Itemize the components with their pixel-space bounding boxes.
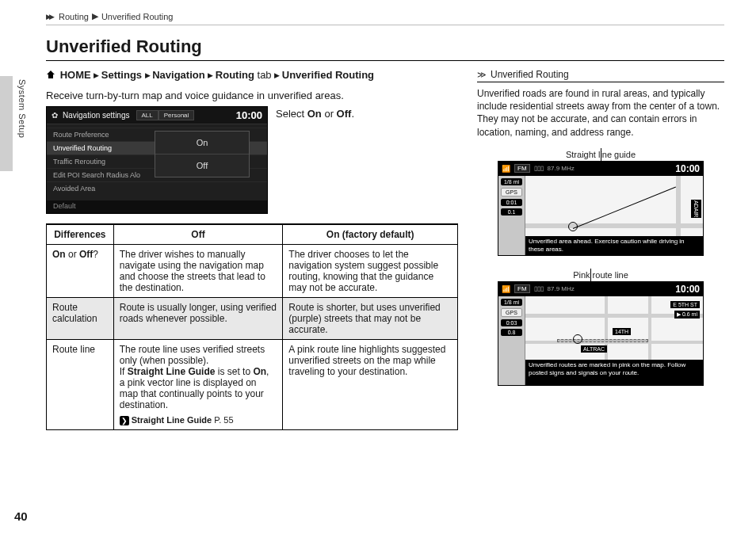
intro-text: Receive turn-by-turn map and voice guida…	[46, 90, 458, 101]
path-routing: Routing	[216, 69, 254, 81]
table-row: Route line The route line uses verified …	[47, 340, 458, 430]
road-label: E 5TH ST	[670, 301, 700, 308]
device-clock: 10:00	[236, 109, 262, 121]
cell-off-desc: The driver wishes to manually navigate u…	[113, 245, 283, 298]
nav-clock: 10:00	[675, 163, 700, 174]
device-tab-personal[interactable]: Personal	[158, 110, 195, 120]
select-instruction: Select On or Off.	[276, 106, 354, 120]
cell-on-desc: The driver chooses to let the navigation…	[283, 245, 458, 298]
cell-onoff: On or Off?	[47, 245, 114, 298]
nav-eta-chip: 0.8	[501, 329, 522, 336]
title-rule	[46, 60, 724, 61]
xref-straight-line-guide[interactable]: ❯Straight Line Guide P. 55	[120, 415, 277, 425]
route-marker-icon	[573, 334, 582, 344]
differences-table: Differences Off On (factory default) On …	[46, 223, 458, 430]
nav-map-2: 14TH ALTRAC E 5TH ST ▶ 0.6 mi	[525, 296, 703, 369]
device-title: Navigation settings	[63, 111, 130, 120]
road-label: ADAIR	[691, 200, 701, 218]
sidebar-paragraph: Unverified roads are found in rural area…	[477, 87, 724, 139]
select-or: or	[322, 108, 337, 120]
select-on: On	[307, 108, 322, 120]
breadcrumb-section: Routing	[59, 12, 89, 21]
pink-route	[557, 339, 648, 342]
figure-straight-line-guide: Straight line guide 📶 FM ▯▯▯ 87.9 MHz 10…	[498, 150, 704, 256]
page-number: 40	[14, 509, 28, 523]
sidebar-heading: ≫ Unverified Routing	[477, 69, 724, 80]
vehicle-marker-icon	[568, 222, 578, 231]
table-row: On or Off? The driver wishes to manually…	[47, 245, 458, 298]
device-tab-all[interactable]: ALL	[136, 110, 158, 120]
select-prefix: Select	[276, 108, 307, 120]
path-sep-icon: ▶	[208, 71, 216, 79]
sidebar-heading-text: Unverified Routing	[491, 69, 569, 80]
straight-line	[573, 186, 676, 228]
breadcrumb-page: Unverified Routing	[101, 12, 174, 21]
nav-eta-chip: 0:03	[501, 319, 522, 326]
th-differences: Differences	[47, 224, 114, 245]
device-screenshot: ✿ Navigation settings ALL Personal 10:00…	[46, 106, 268, 214]
nav-status-column: 1/8 mi GPS 0:03 0.8	[498, 296, 525, 385]
device-popup-on[interactable]: On	[155, 132, 249, 154]
header-rule	[46, 25, 724, 25]
select-period: .	[351, 108, 354, 120]
nav-warning-msg-1: Unverified area ahead. Exercise caution …	[525, 236, 703, 255]
nav-eta-chip: 0:01	[501, 199, 522, 206]
nav-map-1: ADAIR	[525, 176, 703, 239]
antenna-icon: 📶	[502, 285, 510, 293]
cell-route-line: Route line	[47, 340, 114, 430]
path-home: HOME	[60, 69, 91, 81]
nav-screenshot-1: 📶 FM ▯▯▯ 87.9 MHz 10:00 1/8 mi GPS 0:01 …	[498, 161, 704, 256]
nav-distance-chip: 1/8 mi	[501, 178, 522, 185]
sidebar-rule	[477, 82, 724, 82]
road-label: 14TH	[613, 328, 631, 335]
nav-distance-chip: 1/8 mi	[501, 299, 522, 306]
cell-route-line-on: A pink route line highlights suggested u…	[283, 340, 458, 430]
nav-screenshot-2: 📶 FM ▯▯▯ 87.9 MHz 10:00 1/8 mi GPS 0:03 …	[498, 281, 704, 386]
nav-status-column: 1/8 mi GPS 0:01 0.1	[498, 176, 525, 255]
device-item-avoided-area[interactable]: Avoided Area	[47, 181, 267, 195]
cell-route-calc-on: Route is shorter, but uses unverified (p…	[283, 298, 458, 340]
nav-freq: 87.9 MHz	[548, 165, 575, 172]
menu-path: HOME ▶ Settings ▶ Navigation ▶ Routing t…	[46, 69, 458, 82]
path-tab: tab	[258, 69, 272, 81]
sidebar-note-icon: ≫	[477, 70, 483, 80]
nav-gps-chip: GPS	[501, 188, 522, 196]
nav-rds-bars-icon: ▯▯▯	[534, 285, 544, 292]
path-settings: Settings	[101, 69, 142, 81]
nav-freq: 87.9 MHz	[548, 285, 575, 292]
path-sep-icon: ▶	[94, 71, 101, 79]
device-popup-off[interactable]: Off	[155, 154, 249, 177]
xref-arrow-icon: ❯	[120, 416, 129, 425]
nav-clock: 10:00	[675, 284, 700, 295]
home-icon	[46, 70, 55, 82]
nav-fm: FM	[514, 164, 530, 173]
path-navigation: Navigation	[152, 69, 204, 81]
path-sep-icon: ▶	[274, 71, 282, 79]
device-popup: On Off	[155, 131, 250, 177]
cell-route-calc: Route calculation	[47, 298, 114, 340]
select-off: Off	[337, 108, 352, 120]
nav-rds-bars-icon: ▯▯▯	[534, 165, 544, 172]
nav-eta-chip: 0.1	[501, 208, 522, 216]
antenna-icon: 📶	[502, 165, 510, 173]
th-off: Off	[113, 224, 283, 245]
cell-route-calc-off: Route is usually longer, using verified …	[113, 298, 283, 340]
cell-route-line-off: The route line uses verified streets onl…	[113, 340, 283, 430]
figure-caption-2: Pink route line	[498, 270, 704, 280]
th-on: On (factory default)	[283, 224, 458, 245]
path-unverified: Unverified Routing	[282, 69, 374, 81]
turn-distance-chip: ▶ 0.6 mi	[674, 311, 700, 318]
table-row: Route calculation Route is usually longe…	[47, 298, 458, 340]
device-default-label[interactable]: Default	[47, 200, 267, 213]
nav-warning-msg-2: Unverified routes are marked in pink on …	[525, 360, 703, 385]
page-title: Unverified Routing	[46, 36, 724, 57]
nav-gps-chip: GPS	[501, 308, 522, 317]
road-label: ALTRAC	[581, 345, 607, 353]
nav-fm: FM	[514, 284, 530, 293]
breadcrumb-arrows-icon: ▶▶	[46, 13, 52, 21]
running-head: ▶▶ Routing ▶ Unverified Routing	[46, 11, 724, 21]
breadcrumb-arrow-icon: ▶	[92, 11, 98, 21]
main-column: HOME ▶ Settings ▶ Navigation ▶ Routing t…	[46, 69, 458, 430]
side-tab-label: System Setup	[17, 79, 27, 138]
sidebar-column: ≫ Unverified Routing Unverified roads ar…	[477, 69, 724, 430]
